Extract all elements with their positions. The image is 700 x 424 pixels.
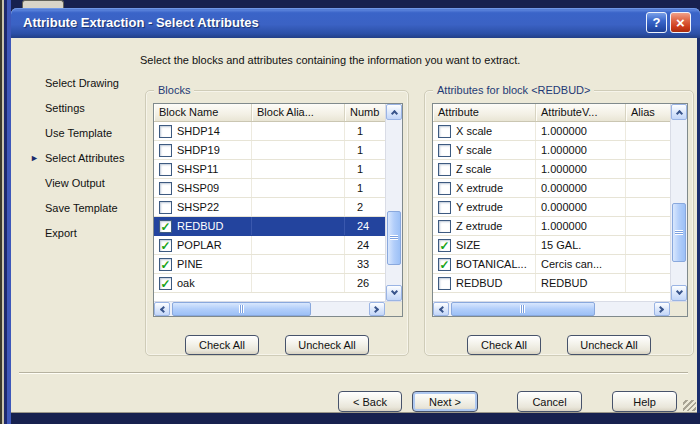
help-footer-button[interactable]: Help (612, 391, 677, 412)
table-row[interactable]: ✓PINE33 (154, 255, 385, 274)
wizard-step-select-attributes[interactable]: ►Select Attributes (30, 145, 150, 170)
table-row[interactable]: REDBUDREDBUD (433, 274, 670, 293)
scroll-track[interactable] (671, 120, 687, 285)
table-row[interactable]: Y scale1.000000 (433, 141, 670, 160)
scroll-thumb[interactable] (172, 302, 311, 316)
table-row[interactable]: SHDP191 (154, 141, 385, 160)
table-cell: SHDP19 (154, 141, 252, 159)
row-checkbox[interactable]: ✓ (438, 239, 451, 252)
table-row[interactable]: SHSP111 (154, 160, 385, 179)
column-header[interactable]: Numb (345, 104, 385, 121)
table-cell (252, 160, 345, 178)
step-label: Settings (45, 102, 85, 114)
scroll-down-button[interactable] (671, 285, 687, 301)
row-checkbox[interactable] (159, 201, 172, 214)
scroll-left-button[interactable] (154, 302, 170, 316)
next-button[interactable]: Next > (412, 391, 478, 412)
table-row[interactable]: Z extrude1.000000 (433, 217, 670, 236)
table-cell: Cercis can... (536, 255, 626, 273)
row-checkbox[interactable] (438, 277, 451, 290)
scroll-right-button[interactable] (654, 302, 670, 316)
table-row[interactable]: ✓oak26 (154, 274, 385, 293)
table-cell: 1.000000 (536, 122, 626, 140)
scroll-thumb[interactable] (672, 203, 686, 262)
row-checkbox[interactable] (438, 125, 451, 138)
cell-text: SHSP09 (177, 182, 219, 194)
row-checkbox[interactable] (438, 182, 451, 195)
scroll-thumb[interactable] (387, 211, 401, 265)
scroll-down-button[interactable] (386, 285, 402, 301)
blocks-table: Block NameBlock Alia...Numb SHDP141SHDP1… (153, 103, 403, 317)
dialog-window: Attribute Extraction - Select Attributes… (11, 8, 700, 413)
wizard-step-settings[interactable]: Settings (30, 95, 150, 120)
table-row[interactable]: ✓POPLAR24 (154, 236, 385, 255)
row-checkbox[interactable] (438, 163, 451, 176)
table-cell (626, 198, 670, 216)
wizard-step-view-output[interactable]: View Output (30, 170, 150, 195)
attributes-check-all-button[interactable]: Check All (467, 335, 541, 355)
scroll-left-button[interactable] (433, 302, 449, 316)
table-row[interactable]: SHSP222 (154, 198, 385, 217)
column-header[interactable]: Attribute (433, 104, 536, 121)
scroll-up-button[interactable] (386, 104, 402, 120)
row-checkbox[interactable] (438, 220, 451, 233)
wizard-step-use-template[interactable]: Use Template (30, 120, 150, 145)
row-checkbox[interactable] (438, 144, 451, 157)
table-cell: 24 (345, 217, 385, 235)
attributes-uncheck-all-button[interactable]: Uncheck All (567, 335, 651, 355)
resize-grip[interactable] (683, 400, 696, 411)
back-button[interactable]: < Back (338, 391, 402, 412)
table-row[interactable]: ✓REDBUD24 (154, 217, 385, 236)
scroll-right-button[interactable] (369, 302, 385, 316)
table-row[interactable]: Y extrude0.000000 (433, 198, 670, 217)
wizard-step-export[interactable]: Export (30, 220, 150, 245)
wizard-step-save-template[interactable]: Save Template (30, 195, 150, 220)
table-row[interactable]: SHDP141 (154, 122, 385, 141)
column-header[interactable]: Block Name (154, 104, 252, 121)
cell-text: SHSP11 (177, 163, 218, 175)
scroll-thumb[interactable] (451, 302, 595, 316)
row-checkbox[interactable]: ✓ (438, 258, 451, 271)
cancel-button[interactable]: Cancel (517, 391, 582, 412)
cell-text: Y scale (456, 144, 492, 156)
row-checkbox[interactable] (159, 125, 172, 138)
title-bar[interactable]: Attribute Extraction - Select Attributes… (11, 8, 700, 38)
table-row[interactable]: X scale1.000000 (433, 122, 670, 141)
row-checkbox[interactable] (159, 182, 172, 195)
table-row[interactable]: ✓BOTANICAL...Cercis can... (433, 255, 670, 274)
cell-text: SHDP14 (177, 125, 220, 137)
wizard-step-select-drawing[interactable]: Select Drawing (30, 70, 150, 95)
row-checkbox[interactable]: ✓ (159, 258, 172, 271)
blocks-vertical-scrollbar[interactable] (385, 104, 402, 301)
table-row[interactable]: Z scale1.000000 (433, 160, 670, 179)
attributes-horizontal-scrollbar[interactable] (433, 302, 670, 316)
blocks-uncheck-all-button[interactable]: Uncheck All (285, 335, 369, 355)
table-cell: 15 GAL. (536, 236, 626, 254)
close-button[interactable]: × (670, 12, 691, 33)
row-checkbox[interactable]: ✓ (159, 277, 172, 290)
table-cell: ✓POPLAR (154, 236, 252, 254)
attributes-vertical-scrollbar[interactable] (670, 104, 687, 301)
cell-text: X extrude (456, 182, 503, 194)
scroll-track[interactable] (170, 302, 369, 316)
blocks-panel: Blocks Block NameBlock Alia...Numb SHDP1… (145, 90, 409, 356)
blocks-check-all-button[interactable]: Check All (185, 335, 259, 355)
row-checkbox[interactable]: ✓ (159, 220, 172, 233)
scroll-track[interactable] (386, 120, 402, 285)
row-checkbox[interactable]: ✓ (159, 239, 172, 252)
column-header[interactable]: Alias (626, 104, 670, 121)
blocks-horizontal-scrollbar[interactable] (154, 302, 385, 316)
row-checkbox[interactable] (159, 163, 172, 176)
row-checkbox[interactable] (438, 201, 451, 214)
table-row[interactable]: X extrude0.000000 (433, 179, 670, 198)
scroll-track[interactable] (449, 302, 654, 316)
table-cell (626, 141, 670, 159)
row-checkbox[interactable] (159, 144, 172, 157)
table-row[interactable]: ✓SIZE15 GAL. (433, 236, 670, 255)
table-row[interactable]: SHSP091 (154, 179, 385, 198)
column-header[interactable]: Block Alia... (252, 104, 345, 121)
help-button[interactable]: ? (646, 12, 667, 33)
column-header[interactable]: AttributeV... (536, 104, 626, 121)
scroll-up-button[interactable] (671, 104, 687, 120)
attributes-table-empty-area (433, 293, 670, 301)
